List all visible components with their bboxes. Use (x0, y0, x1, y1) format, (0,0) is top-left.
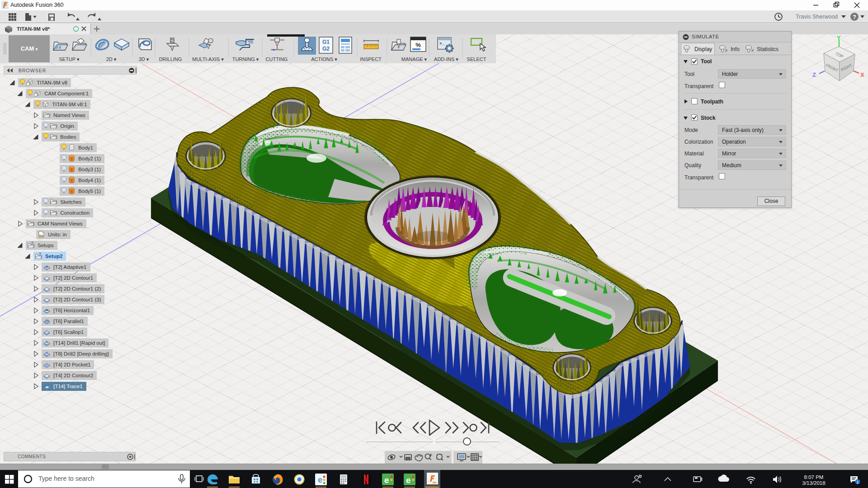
svg-text:e: e (406, 475, 411, 485)
svg-text:SELECT: SELECT (467, 56, 486, 62)
svg-text:#: # (751, 48, 754, 53)
svg-text:MULTI-AXIS ▾: MULTI-AXIS ▾ (192, 56, 224, 62)
svg-text:MANAGE ▾: MANAGE ▾ (401, 56, 427, 62)
svg-text:360: 360 (432, 481, 436, 484)
svg-text:ACTIONS ▾: ACTIONS ▾ (311, 56, 337, 62)
svg-text:G2: G2 (322, 46, 330, 52)
svg-text:8:07 PM: 8:07 PM (804, 474, 824, 480)
svg-text:2D ▾: 2D ▾ (106, 56, 117, 62)
svg-text:e: e (318, 475, 322, 484)
svg-text:Z: Z (812, 71, 816, 78)
svg-text:TURNING ▾: TURNING ▾ (232, 56, 259, 62)
svg-text:INSPECT: INSPECT (360, 56, 382, 62)
svg-text:Travis Sherwood: Travis Sherwood (796, 14, 838, 20)
svg-text:3/13/2018: 3/13/2018 (802, 480, 825, 485)
svg-text:SETUP ▾: SETUP ▾ (59, 56, 80, 62)
svg-text:X: X (860, 71, 864, 78)
svg-text:G1: G1 (322, 39, 330, 45)
svg-text:#: # (725, 48, 727, 53)
svg-text:>_: >_ (439, 42, 444, 46)
svg-text:ADD-INS ▾: ADD-INS ▾ (434, 56, 458, 62)
svg-text:CUTTING: CUTTING (266, 56, 288, 62)
svg-text:3D ▾: 3D ▾ (139, 56, 149, 62)
svg-text:e: e (384, 475, 389, 485)
svg-text:?: ? (853, 14, 856, 20)
svg-text:1: 1 (856, 480, 859, 484)
svg-text:%: % (415, 42, 421, 48)
svg-text:DRILLING: DRILLING (159, 56, 182, 62)
svg-text:Y: Y (837, 34, 841, 41)
